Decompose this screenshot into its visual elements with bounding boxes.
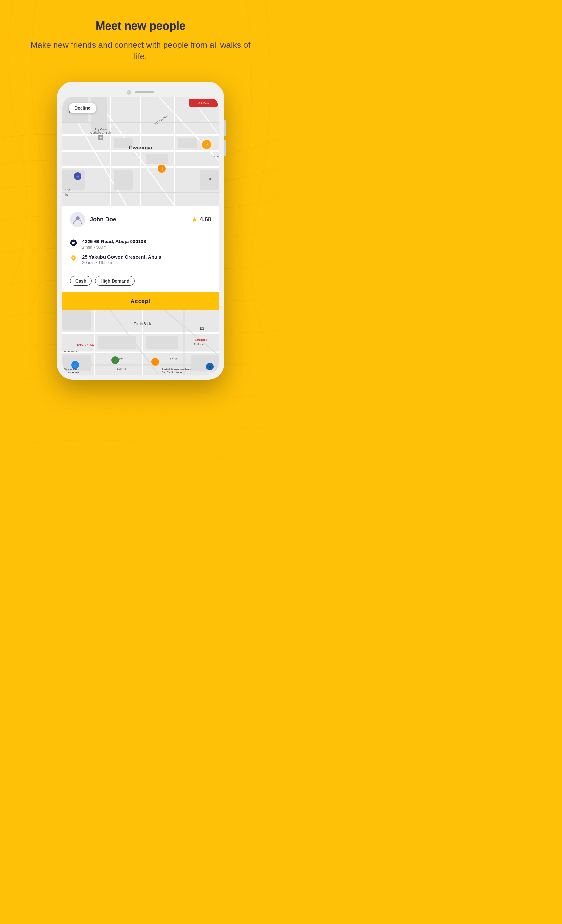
svg-text:118 Rd: 118 Rd — [117, 367, 126, 370]
svg-rect-56 — [98, 336, 136, 349]
svg-text:🎓: 🎓 — [208, 365, 212, 369]
svg-rect-57 — [146, 336, 178, 349]
bottom-map-area: Zenith Bank 13Rd 131 Rd 118 Rd B2 📍 — [62, 310, 219, 375]
svg-text:& A Boo: & A Boo — [198, 102, 209, 105]
svg-text:📍: 📍 — [114, 359, 117, 363]
svg-rect-19 — [146, 154, 168, 164]
destination-address: 25 Yakubu Gowon Crescent, Abuja — [82, 254, 211, 260]
destination-icon — [70, 255, 77, 262]
svg-text:Holy Cross: Holy Cross — [94, 128, 108, 131]
phone-side-button-top — [224, 120, 226, 136]
svg-text:🍴: 🍴 — [160, 167, 164, 171]
rating: ★ 4.68 — [191, 216, 211, 224]
phone-wrapper: Gwarinpa Holy Cross Catholic Church ✝ 1s… — [0, 75, 281, 380]
svg-text:uja: uja — [209, 177, 213, 181]
svg-text:EN CAPITOL: EN CAPITOL — [77, 343, 94, 346]
svg-rect-22 — [62, 170, 85, 189]
destination-row: 25 Yakubu Gowon Crescent, Abuja 20 min •… — [70, 254, 211, 265]
svg-point-45 — [72, 242, 75, 244]
tag-cash: Cash — [70, 276, 92, 286]
phone-screen: Gwarinpa Holy Cross Catholic Church ✝ 1s… — [62, 96, 219, 375]
rider-name: John Doe — [90, 216, 116, 223]
svg-text:🍴: 🍴 — [204, 142, 209, 147]
phone-speaker — [135, 92, 154, 93]
svg-rect-17 — [91, 96, 107, 132]
svg-text:B2: B2 — [200, 327, 204, 330]
rider-card: John Doe ★ 4.68 — [62, 206, 219, 233]
svg-text:✝: ✝ — [99, 136, 102, 140]
tag-high-demand: High Demand — [95, 276, 135, 286]
svg-text:At Home: At Home — [194, 343, 204, 346]
subtitle: Make new friends and connect with people… — [26, 39, 255, 63]
svg-text:Fitness Gym,: Fitness Gym, — [64, 368, 79, 370]
phone-top-bar — [62, 87, 219, 96]
phone-frame: Gwarinpa Holy Cross Catholic Church ✝ 1s… — [57, 82, 224, 380]
svg-rect-58 — [62, 310, 91, 330]
pickup-meta: 1 min • 500 ft — [82, 245, 211, 249]
svg-text:131 Rd: 131 Rd — [170, 358, 179, 361]
phone-side-button-mid — [224, 140, 226, 156]
svg-rect-60 — [191, 356, 219, 371]
destination-text: 25 Yakubu Gowon Crescent, Abuja 20 min •… — [82, 254, 211, 265]
svg-text:Pla: Pla — [65, 188, 70, 192]
trip-details: 4225 69 Road, Abuja 900108 1 min • 500 f… — [62, 233, 219, 271]
svg-text:🛒: 🛒 — [76, 175, 80, 178]
header-section: Meet new people Make new friends and con… — [0, 0, 281, 75]
avatar — [70, 212, 85, 227]
star-icon: ★ — [191, 216, 198, 224]
svg-text:14 Rd: 14 Rd — [212, 155, 219, 158]
svg-text:Zenith Bank: Zenith Bank — [134, 322, 151, 326]
svg-text:lsic: lsic — [65, 193, 70, 196]
svg-point-46 — [73, 256, 74, 258]
decline-button[interactable]: Decline — [69, 103, 96, 113]
pickup-address: 4225 69 Road, Abuja 900108 — [82, 238, 211, 244]
map-area: Gwarinpa Holy Cross Catholic Church ✝ 1s… — [62, 96, 219, 206]
svg-text:🛒: 🛒 — [74, 364, 77, 368]
bottom-sheet: John Doe ★ 4.68 — [62, 206, 219, 375]
svg-rect-23 — [114, 170, 133, 189]
destination-meta: 20 min • 16.2 km — [82, 260, 211, 265]
accept-button[interactable]: Accept — [62, 292, 219, 310]
svg-text:Bua Estate, Kado: Bua Estate, Kado — [162, 371, 182, 374]
svg-text:Catholic Church: Catholic Church — [90, 131, 111, 134]
main-title: Meet new people — [26, 19, 255, 33]
svg-text:SUNCOUR: SUNCOUR — [194, 338, 209, 342]
phone-camera — [127, 90, 131, 94]
svg-text:🍴: 🍴 — [154, 360, 158, 364]
svg-text:Capital Science Academy: Capital Science Academy — [162, 368, 191, 370]
pickup-text: 4225 69 Road, Abuja 900108 1 min • 500 f… — [82, 238, 211, 249]
rider-info: John Doe — [70, 212, 116, 227]
svg-text:arinpa, Abuja: arinpa, Abuja — [64, 371, 79, 374]
rating-value: 4.68 — [200, 216, 211, 223]
pickup-icon — [70, 239, 77, 246]
svg-rect-20 — [178, 138, 197, 148]
svg-text:Gwarinpa: Gwarinpa — [129, 145, 152, 150]
tags-row: Cash High Demand — [62, 271, 219, 292]
svg-text:M.I.B Plaza: M.I.B Plaza — [64, 350, 77, 353]
pickup-row: 4225 69 Road, Abuja 900108 1 min • 500 f… — [70, 238, 211, 249]
